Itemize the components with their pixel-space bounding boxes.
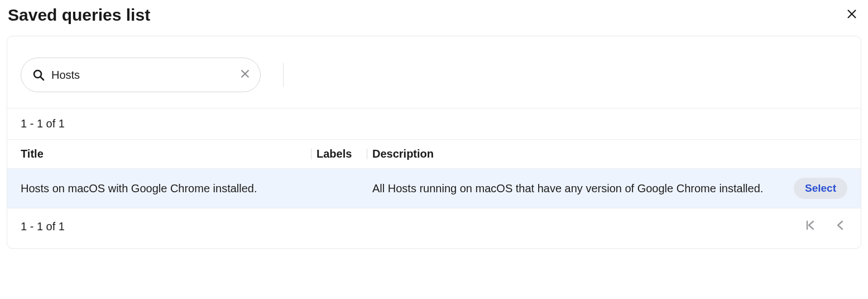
search-icon [32, 68, 45, 82]
clear-search-button[interactable] [239, 68, 251, 82]
modal-header: Saved queries list [0, 0, 868, 36]
pagination-count-top: 1 - 1 of 1 [7, 108, 861, 139]
search-area [7, 36, 861, 108]
column-header-labels[interactable]: Labels [316, 148, 372, 160]
column-header-title[interactable]: Title [21, 148, 316, 160]
search-input[interactable] [21, 58, 261, 92]
clear-icon [239, 68, 251, 82]
vertical-divider [283, 63, 284, 87]
row-title: Hosts on macOS with Google Chrome instal… [21, 182, 316, 195]
close-button[interactable] [843, 6, 860, 25]
table-row[interactable]: Hosts on macOS with Google Chrome instal… [7, 169, 861, 208]
svg-line-3 [41, 77, 44, 80]
close-icon [846, 8, 858, 22]
queries-panel: 1 - 1 of 1 Title Labels Description Host… [7, 36, 861, 249]
column-header-description[interactable]: Description [372, 148, 780, 160]
first-page-icon [804, 219, 817, 235]
select-button[interactable]: Select [794, 178, 847, 199]
prev-page-button[interactable] [834, 219, 847, 235]
pager [804, 219, 847, 235]
pagination-count-bottom: 1 - 1 of 1 [21, 220, 65, 233]
first-page-button[interactable] [804, 219, 817, 235]
row-description: All Hosts running on macOS that have any… [372, 182, 780, 195]
page-title: Saved queries list [8, 6, 150, 25]
search-wrap [21, 58, 261, 92]
chevron-left-icon [834, 219, 847, 235]
table-footer: 1 - 1 of 1 [7, 208, 861, 248]
table-header: Title Labels Description [7, 140, 861, 168]
